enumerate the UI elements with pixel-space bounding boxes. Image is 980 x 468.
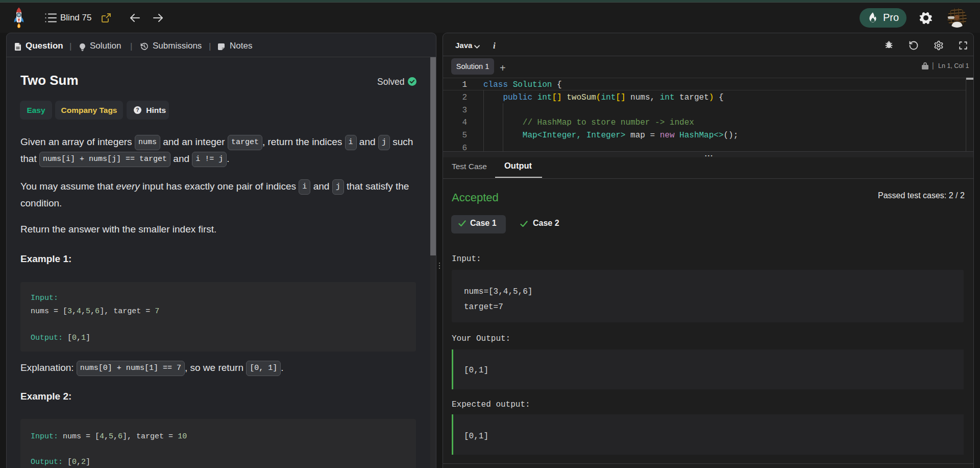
svg-text:?: ?	[136, 107, 139, 113]
